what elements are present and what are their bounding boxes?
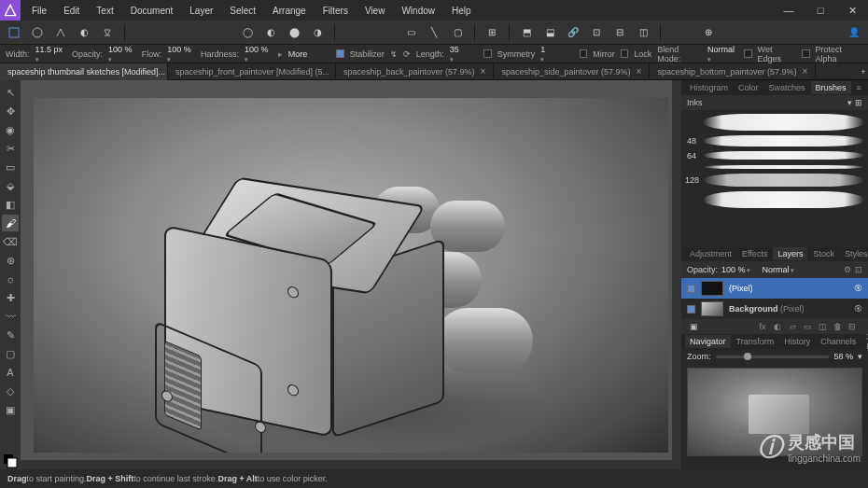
mask-icon[interactable]: ▣ <box>687 322 701 331</box>
assist4-icon[interactable]: ⊟ <box>609 23 630 42</box>
fg-bg-swatch[interactable] <box>2 453 19 469</box>
maximize-button[interactable]: □ <box>805 0 836 21</box>
wet-checkbox[interactable] <box>744 49 752 58</box>
tab-color[interactable]: Color <box>734 81 763 94</box>
menu-view[interactable]: View <box>357 3 393 19</box>
brush-category[interactable]: Inks ▾ ⊞ <box>681 95 868 110</box>
flow-value[interactable]: 100 % <box>167 45 195 63</box>
assist1-icon[interactable]: ⬒ <box>516 23 537 42</box>
assist-link-icon[interactable]: 🔗 <box>563 23 583 42</box>
scrollbar-horizontal[interactable] <box>21 460 681 469</box>
menu-layer[interactable]: Layer <box>182 3 220 19</box>
tab-effects[interactable]: Effects <box>737 247 772 260</box>
navigator-preview[interactable] <box>687 368 862 456</box>
liquid-tool-icon[interactable]: 〰 <box>2 308 19 325</box>
heal-tool-icon[interactable]: ✚ <box>2 289 19 306</box>
tab-navigator[interactable]: Navigator <box>685 335 731 348</box>
menu-text[interactable]: Text <box>89 3 120 19</box>
zoom-slider[interactable] <box>716 356 830 358</box>
document-canvas[interactable] <box>34 98 668 453</box>
brush-item[interactable]: 64 <box>685 151 864 160</box>
menu-window[interactable]: Window <box>394 3 442 19</box>
dodge-tool-icon[interactable]: ☼ <box>2 271 19 287</box>
clone-tool-icon[interactable]: ⊛ <box>2 252 19 269</box>
tab-styles[interactable]: Styles <box>840 247 868 260</box>
mask2-icon[interactable]: ▱ <box>786 321 799 332</box>
liquify-persona-icon[interactable] <box>27 23 48 42</box>
zoom-value[interactable]: 58 % <box>833 352 853 361</box>
length-value[interactable]: 35 <box>450 45 464 63</box>
close-icon[interactable]: × <box>637 66 642 77</box>
tab-channels[interactable]: Channels <box>816 335 861 348</box>
layer-row[interactable]: (Pixel) ⦿ <box>681 278 868 299</box>
close-icon[interactable]: × <box>802 66 807 77</box>
assist2-icon[interactable]: ⬓ <box>539 23 560 42</box>
menu-select[interactable]: Select <box>222 3 263 19</box>
blend-value[interactable]: Normal <box>707 45 738 63</box>
swatch-tool-icon[interactable]: ▣ <box>2 401 19 418</box>
layer-pin-icon[interactable]: ⊡ <box>855 265 862 274</box>
color-half-icon[interactable]: ◐ <box>260 23 281 42</box>
color-none-icon[interactable]: ◯ <box>237 23 258 42</box>
flood-tool-icon[interactable]: ⬙ <box>2 177 19 194</box>
selection-tool-icon[interactable]: ▭ <box>2 159 19 175</box>
color-picker-icon[interactable]: ◉ <box>2 121 19 138</box>
color-full-icon[interactable]: ⬤ <box>284 23 304 42</box>
photo-persona-icon[interactable] <box>4 23 24 42</box>
fx-icon[interactable]: fx <box>756 321 769 332</box>
doc-tab-1[interactable]: spaceship_front_paintover [Modified] (5.… <box>168 63 336 80</box>
assist3-icon[interactable]: ⊡ <box>586 23 607 42</box>
close-icon[interactable]: × <box>481 66 486 77</box>
brush-item[interactable]: 128 <box>685 174 864 187</box>
select-line-icon[interactable]: ╲ <box>424 23 444 42</box>
tab-adjustment[interactable]: Adjustment <box>685 247 736 260</box>
canvas-viewport[interactable] <box>21 80 681 469</box>
layer-blend-value[interactable]: Normal <box>763 265 795 274</box>
crop-tool-icon[interactable]: ✂ <box>2 140 19 157</box>
layer-lock-icon[interactable]: ⦿ <box>854 304 862 314</box>
brush-item[interactable] <box>685 191 864 208</box>
doc-tab-2[interactable]: spaceship_back_paintover (57.9%)× <box>336 63 494 80</box>
brush-item[interactable] <box>685 114 864 131</box>
assist5-icon[interactable]: ◫ <box>633 23 653 42</box>
menu-filters[interactable]: Filters <box>315 3 356 19</box>
stab-mode2-icon[interactable]: ⟳ <box>403 49 411 59</box>
layer-opacity-value[interactable]: 100 % <box>721 265 750 274</box>
symmetry-value[interactable]: 1 <box>540 45 550 63</box>
tab-history[interactable]: History <box>779 335 815 348</box>
view-tool-icon[interactable]: ✥ <box>2 103 19 119</box>
mirror-checkbox[interactable] <box>580 49 588 58</box>
node-tool-icon[interactable]: ◇ <box>2 383 19 399</box>
zoom-menu-icon[interactable]: ▾ <box>858 352 862 361</box>
doc-tab-0[interactable]: spaceship thumbnail sketches [Modified].… <box>0 63 168 80</box>
anchor-icon[interactable]: ⊕ <box>698 23 719 42</box>
select-square-icon[interactable]: ▢ <box>447 23 468 42</box>
develop-persona-icon[interactable] <box>50 23 71 42</box>
export-persona-icon[interactable] <box>97 23 118 42</box>
menu-help[interactable]: Help <box>444 3 479 19</box>
layer-lock-icon[interactable]: ⦿ <box>854 284 862 293</box>
text-tool-icon[interactable]: A <box>2 364 19 381</box>
more-button[interactable]: More <box>288 49 308 59</box>
brush-item[interactable]: 48 <box>685 135 864 146</box>
add-layer-icon[interactable]: ◫ <box>816 321 829 332</box>
tab-stock[interactable]: Stock <box>808 247 839 260</box>
minimize-button[interactable]: — <box>773 0 805 21</box>
move-tool-icon[interactable]: ↖ <box>2 84 19 101</box>
menu-edit[interactable]: Edit <box>56 3 87 19</box>
tab-swatches[interactable]: Swatches <box>764 81 810 94</box>
layer-row[interactable]: Background (Pixel) ⦿ <box>681 299 868 319</box>
tab-histogram[interactable]: Histogram <box>685 81 733 94</box>
tab-transform[interactable]: Transform <box>732 335 779 348</box>
paint-brush-tool-icon[interactable]: 🖌 <box>2 215 19 231</box>
menu-arrange[interactable]: Arrange <box>265 3 314 19</box>
tab-add-icon[interactable]: + <box>859 67 868 77</box>
pen-tool-icon[interactable]: ✎ <box>2 327 19 343</box>
tab-layers[interactable]: Layers <box>773 247 807 260</box>
group-icon[interactable]: ▭ <box>801 321 814 332</box>
delete-layer-icon[interactable]: 🗑 <box>831 321 844 332</box>
menu-document[interactable]: Document <box>123 3 181 19</box>
tone-persona-icon[interactable]: ◐ <box>74 23 94 42</box>
symmetry-checkbox[interactable] <box>483 49 492 58</box>
layer-gear-icon[interactable]: ⚙ <box>844 265 851 274</box>
